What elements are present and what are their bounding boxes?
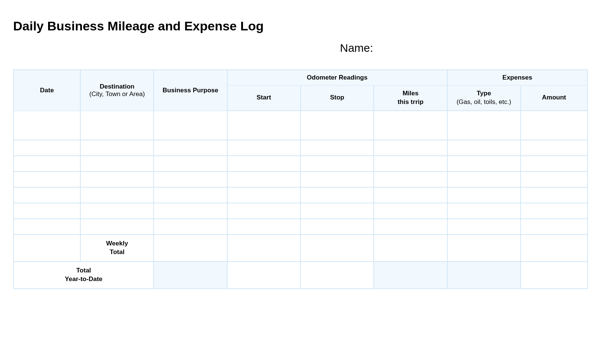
cell-purpose[interactable] xyxy=(154,140,227,156)
cell-type[interactable] xyxy=(447,111,521,140)
weekly-total-type[interactable] xyxy=(447,235,521,262)
cell-miles[interactable] xyxy=(374,203,447,219)
header-expenses-group: Expenses xyxy=(447,70,587,85)
ytd-total-miles[interactable] xyxy=(374,262,447,289)
header-start: Start xyxy=(227,85,300,111)
cell-purpose[interactable] xyxy=(154,111,227,140)
cell-purpose[interactable] xyxy=(154,203,227,219)
mileage-log-table: Date Destination (City, Town or Area) Bu… xyxy=(13,69,588,289)
cell-amount[interactable] xyxy=(521,171,587,187)
cell-purpose[interactable] xyxy=(154,219,227,235)
cell-stop[interactable] xyxy=(300,156,374,171)
cell-miles[interactable] xyxy=(374,187,447,203)
table-row xyxy=(14,156,587,171)
cell-date[interactable] xyxy=(14,203,80,219)
weekly-total-line1: Weekly xyxy=(106,240,128,247)
header-miles: Miles this trrip xyxy=(374,85,447,111)
cell-date[interactable] xyxy=(14,219,80,235)
cell-start[interactable] xyxy=(227,187,300,203)
cell-stop[interactable] xyxy=(300,203,374,219)
cell-purpose[interactable] xyxy=(154,171,227,187)
weekly-total-stop[interactable] xyxy=(300,235,374,262)
cell-purpose[interactable] xyxy=(154,187,227,203)
cell-stop[interactable] xyxy=(300,187,374,203)
cell-destination[interactable] xyxy=(80,156,154,171)
cell-stop[interactable] xyxy=(300,219,374,235)
ytd-total-purpose[interactable] xyxy=(154,262,227,289)
table-row xyxy=(14,219,587,235)
cell-start[interactable] xyxy=(227,156,300,171)
cell-type[interactable] xyxy=(447,156,521,171)
cell-date[interactable] xyxy=(14,156,80,171)
cell-amount[interactable] xyxy=(521,203,587,219)
table-row xyxy=(14,111,587,140)
weekly-total-line2: Total xyxy=(110,248,124,256)
ytd-total-start[interactable] xyxy=(227,262,300,289)
header-type: Type (Gas, oil, toils, etc.) xyxy=(447,85,521,111)
cell-amount[interactable] xyxy=(521,156,587,171)
header-business-purpose: Business Purpose xyxy=(154,70,227,111)
header-destination-main: Destination xyxy=(100,83,134,90)
cell-stop[interactable] xyxy=(300,140,374,156)
weekly-total-spacer xyxy=(14,235,80,262)
cell-type[interactable] xyxy=(447,187,521,203)
cell-destination[interactable] xyxy=(80,203,154,219)
cell-start[interactable] xyxy=(227,203,300,219)
table-row xyxy=(14,171,587,187)
cell-start[interactable] xyxy=(227,219,300,235)
header-destination-sub: (City, Town or Area) xyxy=(84,90,150,98)
header-type-sub: (Gas, oil, toils, etc.) xyxy=(451,98,517,107)
ytd-total-line2: Year-to-Date xyxy=(65,275,103,283)
weekly-total-purpose[interactable] xyxy=(154,235,227,262)
cell-type[interactable] xyxy=(447,219,521,235)
cell-date[interactable] xyxy=(14,171,80,187)
ytd-total-amount[interactable] xyxy=(521,262,587,289)
cell-amount[interactable] xyxy=(521,219,587,235)
cell-destination[interactable] xyxy=(80,219,154,235)
cell-destination[interactable] xyxy=(80,171,154,187)
cell-date[interactable] xyxy=(14,140,80,156)
cell-date[interactable] xyxy=(14,187,80,203)
cell-stop[interactable] xyxy=(300,171,374,187)
cell-amount[interactable] xyxy=(521,111,587,140)
weekly-total-start[interactable] xyxy=(227,235,300,262)
cell-start[interactable] xyxy=(227,140,300,156)
cell-miles[interactable] xyxy=(374,171,447,187)
weekly-total-amount[interactable] xyxy=(521,235,587,262)
cell-stop[interactable] xyxy=(300,111,374,140)
ytd-total-label: Total Year-to-Date xyxy=(14,262,154,289)
weekly-total-miles[interactable] xyxy=(374,235,447,262)
ytd-total-line1: Total xyxy=(76,267,91,274)
cell-purpose[interactable] xyxy=(154,156,227,171)
ytd-total-row: Total Year-to-Date xyxy=(14,262,587,289)
header-odometer-group: Odometer Readings xyxy=(227,70,447,85)
page-title: Daily Business Mileage and Expense Log xyxy=(13,19,588,33)
header-stop: Stop xyxy=(300,85,374,111)
cell-type[interactable] xyxy=(447,140,521,156)
cell-destination[interactable] xyxy=(80,111,154,140)
cell-destination[interactable] xyxy=(80,140,154,156)
cell-type[interactable] xyxy=(447,203,521,219)
cell-destination[interactable] xyxy=(80,187,154,203)
cell-miles[interactable] xyxy=(374,219,447,235)
name-label: Name: xyxy=(340,42,588,54)
cell-start[interactable] xyxy=(227,111,300,140)
table-row xyxy=(14,203,587,219)
cell-type[interactable] xyxy=(447,171,521,187)
header-type-main: Type xyxy=(477,90,491,97)
cell-date[interactable] xyxy=(14,111,80,140)
cell-miles[interactable] xyxy=(374,140,447,156)
cell-start[interactable] xyxy=(227,171,300,187)
cell-miles[interactable] xyxy=(374,111,447,140)
header-destination: Destination (City, Town or Area) xyxy=(80,70,154,111)
cell-miles[interactable] xyxy=(374,156,447,171)
table-row xyxy=(14,140,587,156)
header-date: Date xyxy=(14,70,80,111)
cell-amount[interactable] xyxy=(521,140,587,156)
header-miles-line1: Miles xyxy=(403,90,419,97)
header-miles-line2: this trrip xyxy=(397,98,423,105)
ytd-total-type[interactable] xyxy=(447,262,521,289)
header-amount: Amount xyxy=(521,85,587,111)
ytd-total-stop[interactable] xyxy=(300,262,374,289)
cell-amount[interactable] xyxy=(521,187,587,203)
